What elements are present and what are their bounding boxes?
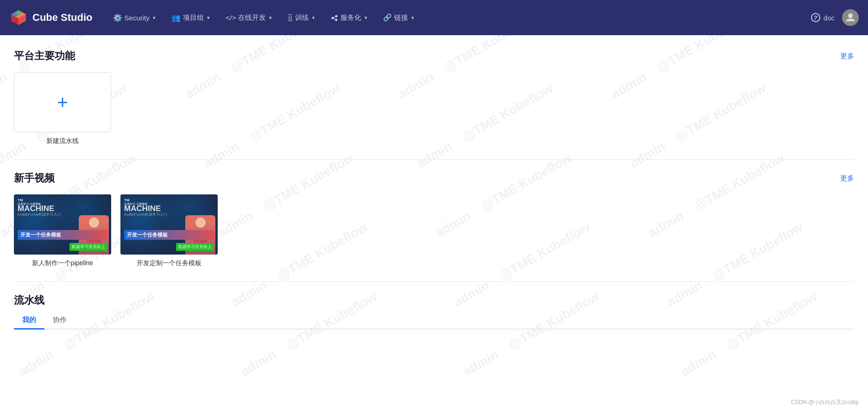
- tab-mine[interactable]: 我的: [14, 312, 44, 330]
- video-sub-badge-2: 机器学习天天向上: [176, 243, 214, 251]
- doc-label: doc: [824, 14, 835, 22]
- nav-links-arrow: ▾: [411, 15, 414, 21]
- main-content: 平台主要功能 更多 + 新建流水线 新手视频 更多 TM: [0, 35, 868, 330]
- online-dev-icon: </>: [226, 14, 236, 21]
- nav-items: ⚙️ Security ▾ 👥 项目组 ▾ </> 在线开发 ▾ ⣿ 训练 ▾: [107, 10, 811, 26]
- nav-service-arrow: ▾: [365, 15, 367, 21]
- divider-1: [14, 159, 854, 160]
- links-icon: 🔗: [383, 13, 392, 22]
- video-cards-row: TM 机器学习·马赛赛事 MACHINE Kubeflow机器学习入门: [14, 194, 854, 268]
- main-features-more[interactable]: 更多: [840, 52, 854, 61]
- plus-icon: +: [57, 93, 68, 112]
- brand[interactable]: Cube Studio: [9, 8, 93, 27]
- pipeline-header: 流水线: [14, 293, 854, 307]
- nav-projectgroup[interactable]: 👥 项目组 ▾: [165, 10, 216, 26]
- projectgroup-icon: 👥: [171, 13, 181, 22]
- svg-point-8: [335, 15, 338, 17]
- user-icon: [845, 12, 856, 23]
- nav-projectgroup-arrow: ▾: [207, 15, 210, 21]
- nav-training-arrow: ▾: [312, 15, 315, 21]
- video-badge-2: 开发一个任务模板: [124, 230, 214, 240]
- new-pipeline-label: 新建流水线: [46, 137, 79, 145]
- nav-online-dev-arrow: ▾: [269, 15, 272, 21]
- nav-training[interactable]: ⣿ 训练 ▾: [281, 10, 321, 26]
- main-features-title: 平台主要功能: [14, 49, 75, 63]
- video-machine-text-2: MACHINE Kubeflow机器学习入门: [124, 205, 167, 217]
- divider-2: [14, 281, 854, 282]
- nav-service-label: 服务化: [340, 13, 361, 22]
- main-features-header: 平台主要功能 更多: [14, 49, 854, 63]
- video-thumbnail-2: TM 机器学习·马赛赛事 MACHINE Kubeflow机器学习入门: [120, 194, 218, 255]
- nav-security-label: Security: [125, 14, 150, 22]
- pipeline-title: 流水线: [14, 293, 44, 307]
- brand-icon: [9, 8, 28, 27]
- brand-name: Cube Studio: [32, 12, 93, 24]
- main-features-cards: + 新建流水线: [14, 72, 854, 145]
- main-features-section: 平台主要功能 更多 + 新建流水线: [14, 49, 854, 145]
- nav-online-dev-label: 在线开发: [238, 13, 266, 22]
- navbar-right: ? doc: [811, 9, 859, 26]
- svg-line-10: [333, 17, 335, 18]
- service-icon: [331, 13, 338, 22]
- nav-training-label: 训练: [295, 13, 309, 22]
- nav-online-dev[interactable]: </> 在线开发 ▾: [219, 10, 278, 26]
- pipeline-tabs: 我的 协作: [14, 312, 854, 330]
- video-card-2[interactable]: TM 机器学习·马赛赛事 MACHINE Kubeflow机器学习入门: [120, 194, 218, 268]
- beginner-videos-header: 新手视频 更多: [14, 171, 854, 185]
- nav-projectgroup-label: 项目组: [183, 13, 204, 22]
- video-label-1: 新人制作一个pipeline: [14, 259, 111, 268]
- tab-collab[interactable]: 协作: [44, 312, 75, 330]
- doc-link[interactable]: ? doc: [811, 13, 835, 22]
- svg-point-12: [848, 13, 853, 18]
- navbar: Cube Studio ⚙️ Security ▾ 👥 项目组 ▾ </> 在线…: [0, 0, 868, 35]
- svg-point-7: [332, 17, 334, 19]
- nav-security[interactable]: ⚙️ Security ▾: [107, 10, 162, 26]
- nav-links[interactable]: 🔗 链接 ▾: [377, 10, 421, 26]
- video-label-2: 开发定制一个任务模板: [120, 259, 218, 268]
- video-card-1[interactable]: TM 机器学习·马赛赛事 MACHINE Kubeflow机器学习入门: [14, 194, 111, 268]
- nav-links-label: 链接: [394, 13, 408, 22]
- beginner-videos-title: 新手视频: [14, 171, 55, 185]
- training-icon: ⣿: [288, 13, 293, 22]
- video-sub-badge-1: 机器学习天天向上: [69, 243, 107, 251]
- video-thumbnail-1: TM 机器学习·马赛赛事 MACHINE Kubeflow机器学习入门: [14, 194, 111, 255]
- nav-security-arrow: ▾: [153, 15, 156, 21]
- new-pipeline-card[interactable]: + 新建流水线: [14, 72, 111, 145]
- security-icon: ⚙️: [113, 13, 122, 22]
- beginner-videos-section: 新手视频 更多 TM 机器学习·马赛赛事 MACHINE Kubeflow机器学…: [14, 171, 854, 268]
- video-badge-1: 开发一个任务模板: [18, 230, 107, 240]
- help-circle-icon: ?: [811, 13, 820, 22]
- video-machine-text-1: MACHINE Kubeflow机器学习入门: [18, 205, 61, 217]
- user-avatar[interactable]: [842, 9, 859, 26]
- beginner-videos-more[interactable]: 更多: [840, 174, 854, 183]
- svg-point-9: [335, 19, 338, 21]
- new-pipeline-box[interactable]: +: [14, 72, 111, 132]
- nav-service[interactable]: 服务化 ▾: [324, 10, 374, 26]
- svg-line-11: [333, 19, 335, 19]
- pipeline-section: 流水线 我的 协作: [14, 293, 854, 330]
